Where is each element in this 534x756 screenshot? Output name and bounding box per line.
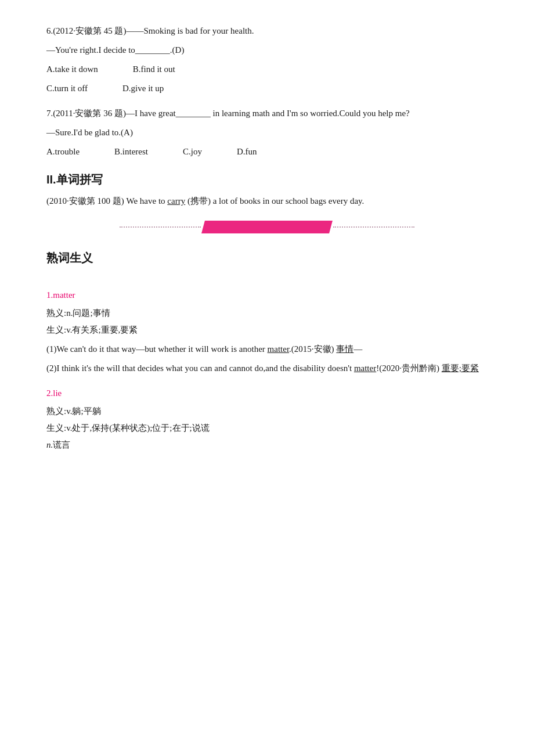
word-matter: 1.matter 熟义:n.问题;事情 生义:v.有关系;重要,要紧 (1)We… [46, 287, 488, 376]
question-6: 6.(2012·安徽第 45 题)——Smoking is bad for yo… [46, 23, 488, 96]
section2-question: (2010·安徽第 100 题) We have to carry (携带) a… [46, 193, 488, 209]
word1-new: 生义:v.有关系;重要,要紧 [46, 322, 488, 338]
word2-new-label: 生义 [46, 423, 64, 433]
section-2: II.单词拼写 (2010·安徽第 100 题) We have to carr… [46, 169, 488, 209]
section3-title: 熟词生义 [46, 247, 488, 268]
ex1-dash: — [353, 344, 362, 354]
word1-familiar: 熟义:n.问题;事情 [46, 305, 488, 321]
s2-text-after: a lot of books in our school bags every … [213, 196, 365, 206]
word1-familiar-def: 问题;事情 [73, 308, 110, 318]
s2-text-before: We have to [127, 196, 168, 206]
word1-ex1: (1)We can't do it that way—but whether i… [46, 341, 488, 357]
q7-choice-c: C.joy [183, 144, 202, 160]
q7-year: (2011·安徽第 36 题) [53, 109, 126, 118]
s2-year: (2010·安徽第 100 题) [46, 196, 124, 206]
divider-dots-right [333, 226, 414, 228]
q7-choice-d: D.fun [237, 144, 257, 160]
q7-text1: I have great________ in learning math an… [135, 109, 410, 118]
section-divider [46, 221, 488, 233]
q6-choice-c: C.turn it off [46, 81, 88, 96]
word1-new-label: 生义 [46, 325, 64, 334]
q6-choice-d: D.give it up [122, 81, 164, 96]
word2-extra-def: 谎言 [53, 440, 70, 449]
word2-extra: n.谎言 [46, 437, 488, 453]
word2-new-pos: v. [66, 423, 72, 433]
word1-number: 1 [46, 290, 51, 300]
ex2-answer: 重要;要紧 [442, 363, 479, 373]
q6-choice-b: B.find it out [133, 62, 175, 77]
word1-ex2: (2)I think it's the will that decides wh… [46, 361, 488, 376]
q6-line2: —You're right.I decide to________.(D) [46, 42, 488, 58]
ex1-underline: matter [268, 344, 290, 354]
q6-choices: A.take it down B.find it out [46, 62, 488, 77]
word2-number: 2 [46, 388, 51, 398]
ex1-answer: 事情 [336, 344, 353, 354]
word2-word: lie [53, 388, 62, 398]
divider-pink-bar [201, 221, 333, 233]
word2-extra-pos: n. [46, 440, 53, 449]
divider-dots-left [120, 226, 201, 228]
q7-choice-a: A.trouble [46, 144, 80, 160]
q7-line2: —Sure.I'd be glad to.(A) [46, 125, 488, 141]
word2-familiar-pos: v. [66, 406, 72, 416]
q7-line1: 7.(2011·安徽第 36 题)—I have great________ i… [46, 106, 488, 121]
section2-title: II.单词拼写 [46, 169, 488, 190]
section-3: 熟词生义 1.matter 熟义:n.问题;事情 生义:v.有关系;重要,要紧 … [46, 247, 488, 453]
ex1-before: (1)We can't do it that way—but whether i… [46, 344, 268, 354]
word1-familiar-label: 熟义 [46, 308, 64, 318]
word2-familiar-def: 躺;平躺 [72, 406, 100, 416]
ex2-before: (2)I think it's the will that decides wh… [46, 363, 354, 373]
q7-text2: —Sure.I'd be glad to.(A) [46, 128, 133, 137]
q6-line1: 6.(2012·安徽第 45 题)——Smoking is bad for yo… [46, 23, 488, 39]
word-lie: 2.lie 熟义:v.躺;平躺 生义:v.处于,保持(某种状态);位于;在于;说… [46, 386, 488, 453]
s2-note: (携带) [187, 196, 211, 206]
ex2-after: !(2020·贵州黔南) [376, 363, 439, 373]
q7-choice-b: B.interest [114, 144, 148, 160]
word1-new-def: 有关系;重要,要紧 [72, 325, 138, 334]
word1-familiar-pos: n. [66, 308, 73, 318]
word1-new-pos: v. [66, 325, 72, 334]
word1-heading: 1.matter [46, 287, 488, 303]
q6-choice-a: A.take it down [46, 62, 98, 77]
word2-familiar: 熟义:v.躺;平躺 [46, 404, 488, 419]
q7-number: 7 [46, 109, 51, 118]
word1-word: matter [53, 290, 75, 300]
word2-new-def: 处于,保持(某种状态);位于;在于;说谎 [72, 423, 209, 433]
word2-new: 生义:v.处于,保持(某种状态);位于;在于;说谎 [46, 420, 488, 436]
word2-familiar-label: 熟义 [46, 406, 64, 416]
ex2-underline: matter [354, 363, 376, 373]
s2-answer: carry [167, 196, 185, 206]
word2-heading: 2.lie [46, 386, 488, 401]
q6-choices-row2: C.turn it off D.give it up [46, 81, 488, 96]
q7-choices: A.trouble B.interest C.joy D.fun [46, 144, 488, 160]
question-7: 7.(2011·安徽第 36 题)—I have great________ i… [46, 106, 488, 160]
ex1-after: .(2015·安徽) [289, 344, 334, 354]
